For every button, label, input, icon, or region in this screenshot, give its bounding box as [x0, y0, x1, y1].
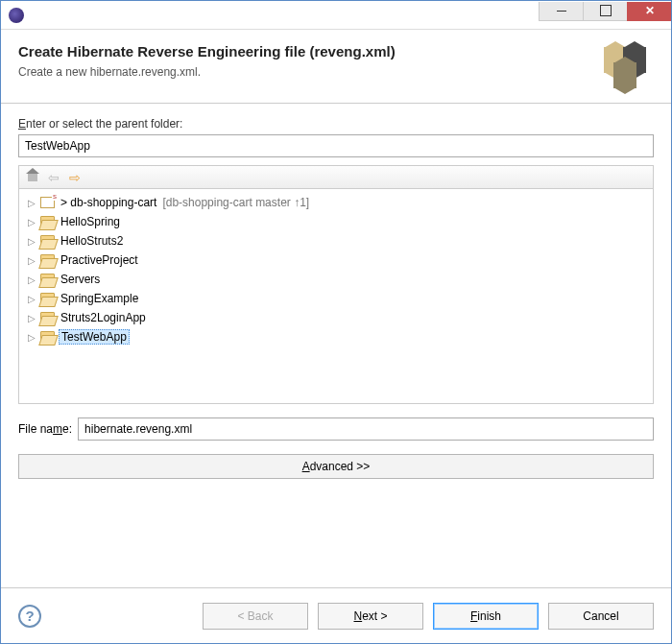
- wizard-title: Create Hibernate Reverse Engineering fil…: [18, 43, 596, 60]
- wizard-footer: ? < Back Next > Finish Cancel: [1, 587, 671, 643]
- maximize-button[interactable]: [583, 2, 627, 21]
- tree-item[interactable]: ▷Servers: [19, 270, 653, 289]
- folder-icon: [40, 235, 55, 247]
- folder-icon: [40, 312, 55, 323]
- expand-icon[interactable]: ▷: [27, 274, 36, 285]
- home-icon[interactable]: [25, 170, 40, 185]
- expand-icon[interactable]: ▷: [27, 294, 36, 304]
- tree-item[interactable]: ▷PractiveProject: [19, 250, 653, 270]
- wizard-subtitle: Create a new hibernate.reveng.xml.: [18, 65, 596, 79]
- close-button[interactable]: [627, 2, 671, 21]
- folder-icon: [40, 254, 55, 266]
- finish-button[interactable]: Finish: [433, 603, 539, 630]
- wizard-content: Enter or select the parent folder: ⇦ ⇨ ▷…: [1, 103, 671, 587]
- back-button: < Back: [203, 603, 308, 630]
- tree-item[interactable]: ▷SpringExample: [19, 289, 653, 308]
- hibernate-logo-icon: [604, 43, 650, 89]
- tree-item-label: Servers: [59, 273, 102, 286]
- tree-item-label: HelloStruts2: [59, 234, 125, 248]
- tree-item-label: SpringExample: [59, 292, 140, 305]
- folder-icon: [40, 331, 55, 343]
- tree-item[interactable]: ▷HelloSpring: [19, 212, 653, 231]
- expand-icon[interactable]: ▷: [27, 236, 36, 247]
- help-icon[interactable]: ?: [18, 605, 41, 628]
- parent-folder-input[interactable]: [18, 134, 654, 157]
- folder-tree[interactable]: ▷> db-shopping-cart [db-shopping-cart ma…: [18, 188, 654, 404]
- filename-label: File name:: [18, 422, 72, 436]
- tree-item-label: TestWebApp: [59, 329, 130, 345]
- tree-item[interactable]: ▷> db-shopping-cart [db-shopping-cart ma…: [19, 193, 653, 212]
- parent-folder-label: Enter or select the parent folder:: [18, 117, 654, 131]
- cancel-button[interactable]: Cancel: [548, 603, 654, 630]
- expand-icon[interactable]: ▷: [27, 198, 36, 208]
- tree-item-label: > db-shopping-cart: [59, 196, 158, 209]
- tree-item[interactable]: ▷Struts2LoginApp: [19, 308, 653, 327]
- repo-icon: [40, 197, 55, 208]
- expand-icon[interactable]: ▷: [27, 313, 36, 323]
- minimize-button[interactable]: [539, 2, 583, 21]
- folder-icon: [40, 293, 55, 304]
- forward-arrow-icon[interactable]: ⇨: [67, 170, 83, 185]
- expand-icon[interactable]: ▷: [27, 255, 36, 266]
- advanced-button[interactable]: Advanced >>: [18, 454, 654, 479]
- tree-item[interactable]: ▷TestWebApp: [19, 327, 653, 346]
- expand-icon[interactable]: ▷: [27, 217, 36, 227]
- tree-item-suffix: [db-shopping-cart master ↑1]: [162, 196, 309, 209]
- eclipse-icon: [9, 8, 24, 23]
- tree-item-label: Struts2LoginApp: [59, 311, 148, 324]
- tree-toolbar: ⇦ ⇨: [18, 165, 654, 188]
- tree-item-label: PractiveProject: [59, 253, 140, 267]
- folder-icon: [40, 216, 55, 227]
- back-arrow-icon[interactable]: ⇦: [46, 170, 61, 185]
- expand-icon[interactable]: ▷: [27, 332, 36, 343]
- window-titlebar: [1, 1, 671, 30]
- tree-item[interactable]: ▷HelloStruts2: [19, 231, 653, 250]
- filename-input[interactable]: [78, 417, 654, 441]
- wizard-banner: Create Hibernate Reverse Engineering fil…: [1, 30, 671, 103]
- next-button[interactable]: Next >: [318, 603, 423, 630]
- folder-icon: [40, 274, 55, 285]
- tree-item-label: HelloSpring: [59, 215, 122, 228]
